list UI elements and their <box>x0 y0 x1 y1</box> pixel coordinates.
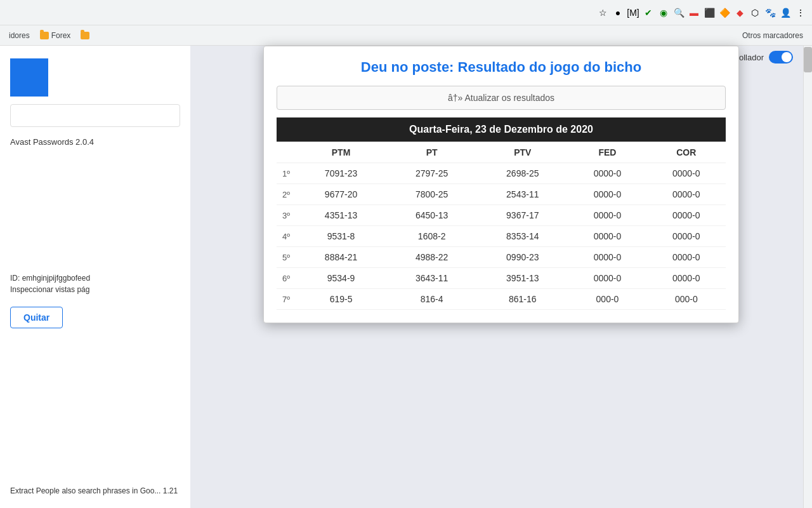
refresh-button[interactable]: â†» Atualizar os resultados <box>277 86 726 110</box>
row-ptm-4: 8884-21 <box>296 247 386 268</box>
scrollbar-thumb[interactable] <box>804 47 812 72</box>
col-header-pt: PT <box>386 142 477 163</box>
row-ptm-3: 9531-8 <box>296 226 386 247</box>
col-header-fed: FED <box>568 142 646 163</box>
search-bar[interactable] <box>10 104 180 127</box>
extract-label: Extract People also search phrases in Go… <box>10 486 178 495</box>
row-ptv-3: 8353-14 <box>477 226 568 247</box>
row-ptm-6: 619-5 <box>296 289 386 310</box>
row-ptm-0: 7091-23 <box>296 163 386 184</box>
bookmark-idores[interactable]: idores <box>5 30 34 41</box>
row-ptm-1: 9677-20 <box>296 184 386 205</box>
row-pt-0: 2797-25 <box>386 163 477 184</box>
results-table: Quarta-Feira, 23 de Dezembro de 2020 PTM… <box>277 117 726 310</box>
table-row: 6º 9534-9 3643-11 3951-13 0000-0 0000-0 <box>277 268 726 289</box>
browser-toolbar: ☆ ● [M] ✔ ◉ 🔍 ▬ ⬛ 🔶 ◆ ⬡ 🐾 👤 ⋮ <box>0 0 812 25</box>
row-cor-0: 0000-0 <box>647 163 726 184</box>
table-row: 4º 9531-8 1608-2 8353-14 0000-0 0000-0 <box>277 226 726 247</box>
popup-title: Deu no poste: Resultado do jogo do bicho <box>277 59 726 76</box>
row-ptv-6: 861-16 <box>477 289 568 310</box>
row-pt-2: 6450-13 <box>386 205 477 226</box>
row-cor-6: 000-0 <box>647 289 726 310</box>
bookmark-forex[interactable]: Forex <box>36 30 75 41</box>
row-num-3: 4º <box>277 226 296 247</box>
row-cor-2: 0000-0 <box>647 205 726 226</box>
row-fed-0: 0000-0 <box>568 163 646 184</box>
diamond-icon[interactable]: ◆ <box>733 6 746 19</box>
table-row: 7º 619-5 816-4 861-16 000-0 000-0 <box>277 289 726 310</box>
table-row: 5º 8884-21 4988-22 0990-23 0000-0 0000-0 <box>277 247 726 268</box>
scrollbar[interactable] <box>803 46 812 508</box>
row-fed-3: 0000-0 <box>568 226 646 247</box>
row-pt-5: 3643-11 <box>386 268 477 289</box>
row-ptm-5: 9534-9 <box>296 268 386 289</box>
table-row: 1º 7091-23 2797-25 2698-25 0000-0 0000-0 <box>277 163 726 184</box>
row-fed-6: 000-0 <box>568 289 646 310</box>
left-panel: Avast Passwords 2.0.4 ID: emhginjpijfggb… <box>0 46 190 508</box>
triangle-icon[interactable]: 🔶 <box>718 6 731 19</box>
row-num-5: 6º <box>277 268 296 289</box>
row-fed-4: 0000-0 <box>568 247 646 268</box>
row-fed-5: 0000-0 <box>568 268 646 289</box>
hex-icon[interactable]: ⬡ <box>749 6 761 19</box>
paw-icon[interactable]: 🐾 <box>764 6 776 19</box>
folder-icon <box>40 32 49 39</box>
col-header-ptv: PTV <box>477 142 568 163</box>
col-header-ptm: PTM <box>296 142 386 163</box>
row-pt-6: 816-4 <box>386 289 477 310</box>
rollador-label: rollador <box>737 53 764 62</box>
row-num-0: 1º <box>277 163 296 184</box>
row-num-1: 2º <box>277 184 296 205</box>
row-pt-1: 7800-25 <box>386 184 477 205</box>
bookmarks-bar: idores Forex Otros marcadores <box>0 25 812 46</box>
star-icon[interactable]: ☆ <box>596 6 609 19</box>
m-icon[interactable]: [M] <box>627 6 639 19</box>
circle-icon[interactable]: ◉ <box>657 6 670 19</box>
row-pt-4: 4988-22 <box>386 247 477 268</box>
more-icon[interactable]: ⋮ <box>794 6 807 19</box>
rollador-area: rollador <box>737 51 793 64</box>
row-cor-3: 0000-0 <box>647 226 726 247</box>
row-num-6: 7º <box>277 289 296 310</box>
row-ptv-2: 9367-17 <box>477 205 568 226</box>
popup-title-prefix: Deu no poste: <box>361 59 458 75</box>
quit-button[interactable]: Quitar <box>10 307 63 328</box>
grid-icon[interactable]: ▬ <box>688 6 700 19</box>
inspect-link: Inspeccionar vistas pág <box>10 285 180 294</box>
rollador-toggle[interactable] <box>769 51 793 64</box>
row-ptv-0: 2698-25 <box>477 163 568 184</box>
square-icon[interactable]: ⬛ <box>703 6 716 19</box>
id-info: ID: emhginjpijfggbofeed <box>10 274 180 283</box>
row-pt-3: 1608-2 <box>386 226 477 247</box>
popup-title-highlight: Resultado do jogo do bicho <box>458 59 642 75</box>
row-num-2: 3º <box>277 205 296 226</box>
bookmark-forex-label: Forex <box>51 31 71 40</box>
user-icon[interactable]: 👤 <box>779 6 792 19</box>
bookmark-otros[interactable]: Otros marcadores <box>738 30 807 41</box>
check-icon[interactable]: ✔ <box>642 6 655 19</box>
right-panel: rollador Deu no poste: Resultado do jogo… <box>190 46 812 508</box>
popup-overlay: Deu no poste: Resultado do jogo do bicho… <box>263 46 739 323</box>
dot-icon[interactable]: ● <box>612 6 624 19</box>
col-header-cor: COR <box>647 142 726 163</box>
col-header-num <box>277 142 296 163</box>
row-cor-4: 0000-0 <box>647 247 726 268</box>
row-num-4: 5º <box>277 247 296 268</box>
date-header: Quarta-Feira, 23 de Dezembro de 2020 <box>277 117 726 142</box>
bookmark-folder2[interactable] <box>77 30 93 41</box>
row-fed-2: 0000-0 <box>568 205 646 226</box>
main-content: Avast Passwords 2.0.4 ID: emhginjpijfggb… <box>0 46 812 508</box>
row-fed-1: 0000-0 <box>568 184 646 205</box>
search-icon[interactable]: 🔍 <box>672 6 685 19</box>
folder-icon-2 <box>81 32 89 39</box>
blue-rectangle <box>10 58 48 97</box>
row-cor-1: 0000-0 <box>647 184 726 205</box>
row-cor-5: 0000-0 <box>647 268 726 289</box>
bookmark-idores-label: idores <box>9 31 30 40</box>
row-ptv-4: 0990-23 <box>477 247 568 268</box>
row-ptm-2: 4351-13 <box>296 205 386 226</box>
row-ptv-5: 3951-13 <box>477 268 568 289</box>
bookmark-otros-label: Otros marcadores <box>742 31 803 40</box>
row-ptv-1: 2543-11 <box>477 184 568 205</box>
table-row: 2º 9677-20 7800-25 2543-11 0000-0 0000-0 <box>277 184 726 205</box>
